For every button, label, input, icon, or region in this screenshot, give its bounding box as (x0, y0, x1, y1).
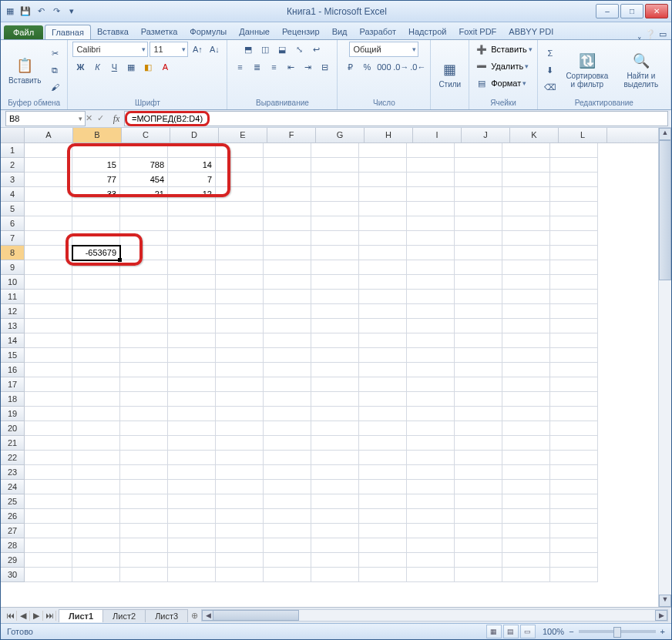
cell-G10[interactable] (311, 275, 359, 290)
cell-A23[interactable] (25, 465, 72, 480)
cell-H15[interactable] (359, 348, 407, 363)
cell-C27[interactable] (120, 524, 168, 538)
cell-F8[interactable] (264, 246, 311, 260)
cell-C11[interactable] (120, 290, 168, 304)
cell-K2[interactable] (502, 158, 550, 173)
vertical-scrollbar[interactable]: ▲ ▼ (658, 128, 671, 607)
tab-вид[interactable]: Вид (326, 25, 354, 39)
cell-B16[interactable] (72, 363, 120, 377)
cell-A27[interactable] (25, 524, 72, 538)
cell-G22[interactable] (311, 451, 359, 465)
cell-J23[interactable] (455, 465, 502, 480)
cell-L26[interactable] (550, 509, 598, 524)
cell-A26[interactable] (25, 509, 72, 524)
page-break-view-icon[interactable]: ▭ (520, 625, 536, 638)
cell-J2[interactable] (455, 158, 502, 173)
zoom-level[interactable]: 100% (543, 627, 564, 636)
cell-C14[interactable] (120, 333, 168, 348)
horizontal-scrollbar[interactable]: ◀ ▶ (201, 609, 668, 622)
cell-F9[interactable] (264, 260, 311, 275)
cell-H29[interactable] (359, 553, 407, 568)
cell-B24[interactable] (72, 480, 120, 494)
cell-B19[interactable] (72, 407, 120, 421)
save-icon[interactable]: 💾 (19, 5, 32, 18)
cell-K7[interactable] (502, 231, 550, 246)
align-top-icon[interactable]: ⬒ (240, 42, 256, 57)
cell-F13[interactable] (264, 319, 311, 333)
cell-G20[interactable] (311, 421, 359, 436)
cell-A24[interactable] (25, 480, 72, 494)
tab-рецензир[interactable]: Рецензир (276, 25, 326, 39)
column-header-G[interactable]: G (316, 128, 365, 142)
cell-L13[interactable] (550, 319, 598, 333)
cell-G11[interactable] (311, 290, 359, 304)
cell-F7[interactable] (264, 231, 311, 246)
cell-F16[interactable] (264, 363, 311, 377)
fill-icon[interactable]: ⬇ (543, 62, 558, 78)
sheet-tab-Лист1[interactable]: Лист1 (59, 609, 103, 622)
cell-K24[interactable] (502, 480, 550, 494)
cell-F19[interactable] (264, 407, 311, 421)
row-header-17[interactable]: 17 (1, 377, 25, 392)
minimize-button[interactable]: – (596, 4, 619, 18)
cell-K9[interactable] (502, 260, 550, 275)
row-header-2[interactable]: 2 (1, 158, 25, 173)
column-header-K[interactable]: K (510, 128, 559, 142)
cell-E13[interactable] (216, 319, 264, 333)
tab-формулы[interactable]: Формулы (183, 25, 233, 39)
cell-H25[interactable] (359, 494, 407, 509)
cell-B11[interactable] (72, 290, 120, 304)
cell-A4[interactable] (25, 187, 72, 202)
row-header-9[interactable]: 9 (1, 260, 25, 275)
cell-B13[interactable] (72, 319, 120, 333)
column-header-H[interactable]: H (365, 128, 413, 142)
cell-H11[interactable] (359, 290, 407, 304)
cell-K12[interactable] (502, 304, 550, 319)
cell-A16[interactable] (25, 363, 72, 377)
cell-A3[interactable] (25, 173, 72, 187)
increase-font-icon[interactable]: A↑ (190, 42, 205, 57)
cell-H4[interactable] (359, 187, 407, 202)
row-header-19[interactable]: 19 (1, 407, 25, 421)
cell-E24[interactable] (216, 480, 264, 494)
cell-H2[interactable] (359, 158, 407, 173)
increase-decimal-icon[interactable]: .0→ (393, 59, 408, 75)
cell-H5[interactable] (359, 202, 407, 216)
cell-D10[interactable] (168, 275, 216, 290)
cell-E8[interactable] (216, 246, 264, 260)
cell-H1[interactable] (359, 143, 407, 158)
cell-I25[interactable] (407, 494, 455, 509)
column-header-C[interactable]: C (122, 128, 170, 142)
cell-D25[interactable] (168, 494, 216, 509)
tab-надстрой[interactable]: Надстрой (402, 25, 452, 39)
increase-indent-icon[interactable]: ⇥ (300, 59, 315, 75)
cell-I23[interactable] (407, 465, 455, 480)
maximize-button[interactable]: □ (620, 4, 643, 18)
row-header-8[interactable]: 8 (1, 246, 25, 260)
close-button[interactable]: ✕ (645, 4, 668, 18)
cell-L24[interactable] (550, 480, 598, 494)
cell-H12[interactable] (359, 304, 407, 319)
cell-L23[interactable] (550, 465, 598, 480)
cell-C5[interactable] (120, 202, 168, 216)
cell-F25[interactable] (264, 494, 311, 509)
cell-D17[interactable] (168, 377, 216, 392)
cell-G8[interactable] (311, 246, 359, 260)
cell-I18[interactable] (407, 392, 455, 407)
cell-I8[interactable] (407, 246, 455, 260)
cell-C20[interactable] (120, 421, 168, 436)
cell-L28[interactable] (550, 538, 598, 553)
cell-K22[interactable] (502, 451, 550, 465)
cell-L17[interactable] (550, 377, 598, 392)
cell-F4[interactable] (264, 187, 311, 202)
cell-I21[interactable] (407, 436, 455, 451)
cell-A25[interactable] (25, 494, 72, 509)
cell-J4[interactable] (455, 187, 502, 202)
cell-C1[interactable] (120, 143, 168, 158)
cell-E27[interactable] (216, 524, 264, 538)
column-header-B[interactable]: B (73, 128, 122, 142)
cell-C21[interactable] (120, 436, 168, 451)
cell-K15[interactable] (502, 348, 550, 363)
cell-J3[interactable] (455, 173, 502, 187)
qat-dropdown-icon[interactable]: ▾ (66, 5, 78, 18)
